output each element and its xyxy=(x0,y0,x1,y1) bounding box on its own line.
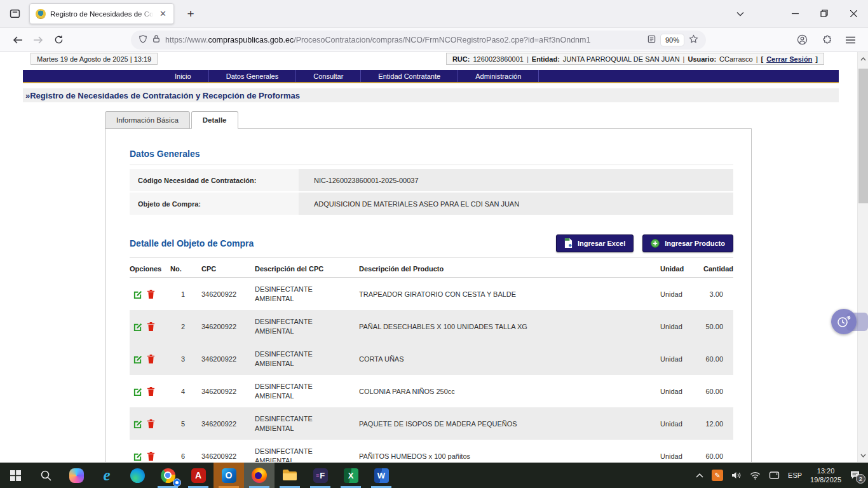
lock-icon[interactable] xyxy=(153,34,160,45)
col-cpc-desc: Descripción del CPC xyxy=(249,265,359,273)
close-button[interactable] xyxy=(839,0,868,27)
excel-icon[interactable] xyxy=(336,463,366,488)
ruc-label: RUC: xyxy=(452,55,470,63)
table-row: 2 346200922 DESINFECTANTE AMBIENTAL PAÑA… xyxy=(130,310,733,342)
account-icon[interactable] xyxy=(792,31,812,49)
reload-button[interactable] xyxy=(48,31,69,49)
url-bar[interactable]: https://www.compraspublicas.gob.ec/Proce… xyxy=(131,30,706,50)
edit-icon[interactable] xyxy=(133,322,142,331)
search-button[interactable] xyxy=(31,463,61,488)
tracking-shield-icon[interactable] xyxy=(139,34,147,46)
taskbar-clock[interactable]: 13:20 19/8/2025 xyxy=(810,466,841,485)
ingresar-producto-button[interactable]: Ingresar Producto xyxy=(642,234,733,252)
user-value: CCarrasco xyxy=(719,55,753,63)
logout-link[interactable]: Cerrar Sesión xyxy=(766,55,812,63)
fec-app-icon[interactable]: ≡ xyxy=(305,463,336,488)
delete-icon[interactable] xyxy=(147,419,155,428)
language-indicator[interactable]: ESP xyxy=(788,471,802,479)
divider xyxy=(130,165,733,165)
col-producto: Descripción del Producto xyxy=(359,265,660,273)
wifi-icon[interactable] xyxy=(750,471,761,480)
tab-informacion-basica[interactable]: Información Básica xyxy=(105,111,190,129)
delete-icon[interactable] xyxy=(147,322,155,331)
notifications-icon[interactable]: 2 xyxy=(850,470,860,481)
detalle-header-row: Detalle del Objeto de Compra Ingresar Ex… xyxy=(130,234,733,252)
floating-timer-widget[interactable] xyxy=(831,309,868,334)
edge-icon[interactable] xyxy=(122,463,153,488)
tab-close-icon[interactable]: ✕ xyxy=(158,8,168,19)
delete-icon[interactable] xyxy=(147,354,155,363)
winged-clock-icon[interactable] xyxy=(831,309,857,334)
col-cpc: CPC xyxy=(196,265,249,273)
zoom-level-badge[interactable]: 90% xyxy=(661,34,684,46)
bookmark-star-icon[interactable] xyxy=(689,34,698,46)
objeto-row: Objeto de Compra: ADQUISICION DE MATERIA… xyxy=(130,193,733,215)
delete-icon[interactable] xyxy=(147,289,155,299)
file-explorer-icon[interactable] xyxy=(275,463,305,488)
restore-button[interactable] xyxy=(810,0,839,27)
add-plus-icon xyxy=(651,239,660,248)
ingresar-excel-button[interactable]: Ingresar Excel xyxy=(556,234,634,252)
hidden-icons-chevron-icon[interactable] xyxy=(696,473,703,478)
new-tab-button[interactable]: + xyxy=(182,7,200,21)
tab-detalle[interactable]: Detalle xyxy=(191,111,238,129)
tab-title: Registro de Necesidades de Co xyxy=(50,10,154,18)
volume-icon[interactable] xyxy=(731,471,742,480)
copilot-icon[interactable] xyxy=(61,463,92,488)
objeto-label: Objeto de Compra: xyxy=(130,193,299,215)
window-controls xyxy=(780,0,868,27)
ruc-value: 1260023860001 xyxy=(473,55,524,63)
browser-tab[interactable]: Registro de Necesidades de Co ✕ xyxy=(29,3,174,24)
reader-mode-icon[interactable] xyxy=(648,35,656,45)
table-row: 6 346200922 DESINFECTANTE AMBIENTAL PAÑI… xyxy=(130,440,733,462)
browser-titlebar: Registro de Necesidades de Co ✕ + xyxy=(0,0,868,28)
nav-item-datos-generales[interactable]: Datos Generales xyxy=(208,70,296,82)
outlook-icon[interactable] xyxy=(214,463,244,488)
taskbar-date: 19/8/2025 xyxy=(810,475,841,484)
page-title: »Registro de Necesidades de Contratación… xyxy=(23,88,839,102)
nav-item-administracion[interactable]: Administración xyxy=(458,70,539,82)
scroll-up-arrow[interactable] xyxy=(858,53,868,64)
entity-label: Entidad: xyxy=(532,55,560,63)
chrome-icon[interactable] xyxy=(153,463,183,488)
word-icon[interactable] xyxy=(366,463,397,488)
firefox-view-icon[interactable] xyxy=(5,4,24,24)
divider xyxy=(130,257,733,258)
acrobat-reader-icon[interactable] xyxy=(183,463,214,488)
firefox-icon[interactable] xyxy=(244,463,275,488)
delete-icon[interactable] xyxy=(147,386,155,396)
list-tabs-chevron-icon[interactable] xyxy=(731,4,750,24)
edit-icon[interactable] xyxy=(133,419,142,428)
internet-explorer-icon[interactable] xyxy=(92,463,122,488)
edit-icon[interactable] xyxy=(133,289,142,299)
nav-item-consultar[interactable]: Consultar xyxy=(295,70,360,82)
scroll-down-arrow[interactable] xyxy=(858,450,868,461)
main-nav: Inicio Datos Generales Consultar Entidad… xyxy=(23,70,839,83)
col-cantidad: Cantidad xyxy=(698,265,733,273)
nav-item-inicio[interactable]: Inicio xyxy=(158,70,208,82)
delete-icon[interactable] xyxy=(147,451,155,461)
user-label: Usuario: xyxy=(688,55,716,63)
col-no: No. xyxy=(170,265,196,273)
nav-item-entidad-contratante[interactable]: Entidad Contratante xyxy=(360,70,458,82)
minimize-button[interactable] xyxy=(780,0,810,27)
detalle-heading: Detalle del Objeto de Compra xyxy=(130,238,254,248)
screen: Registro de Necesidades de Co ✕ + https:… xyxy=(0,0,868,488)
edit-icon[interactable] xyxy=(133,386,142,396)
scrollbar-thumb[interactable] xyxy=(858,69,868,203)
pen-app-tray-icon[interactable] xyxy=(712,470,723,481)
extensions-puzzle-icon[interactable] xyxy=(816,31,836,49)
menu-hamburger-icon[interactable] xyxy=(840,31,860,49)
table-row: 1 346200922 DESINFECTANTE AMBIENTAL TRAP… xyxy=(130,278,733,310)
forward-button[interactable] xyxy=(28,31,48,49)
back-button[interactable] xyxy=(8,31,28,49)
action-buttons: Ingresar Excel Ingresar Producto xyxy=(556,234,733,252)
edit-icon[interactable] xyxy=(133,354,142,363)
edit-icon[interactable] xyxy=(133,451,142,461)
table-row: 3 346200922 DESINFECTANTE AMBIENTAL CORT… xyxy=(130,342,733,375)
page-scrollbar[interactable] xyxy=(857,52,868,462)
display-connect-icon[interactable] xyxy=(769,471,780,480)
start-button[interactable] xyxy=(0,463,31,488)
detail-panel: Datos Generales Código Necesidad de Cont… xyxy=(105,128,752,462)
entity-value: JUNTA PARROQUIAL DE SAN JUAN xyxy=(563,55,680,63)
